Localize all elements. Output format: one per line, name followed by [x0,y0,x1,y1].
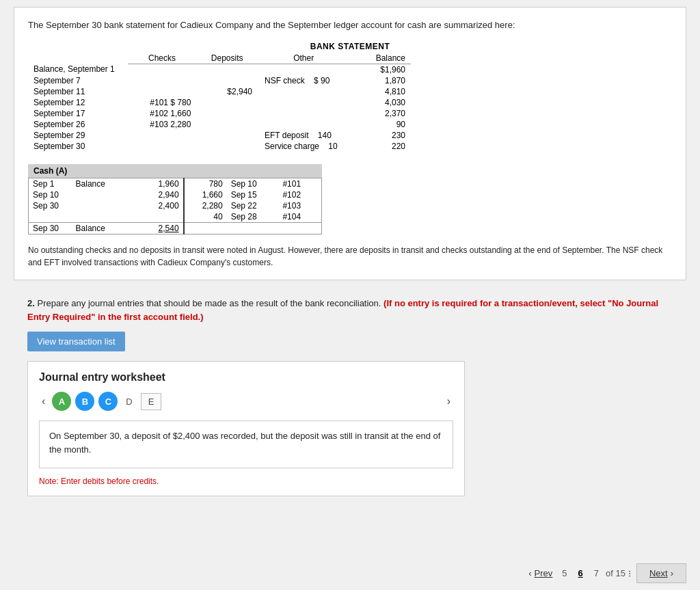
page-numbers: 5 6 7 of 15 ⁝ [558,567,631,580]
bank-row-deposits [196,119,258,130]
bank-row-deposits [196,130,258,141]
journal-description: On September 30, a deposit of $2,400 was… [39,420,453,468]
view-transaction-button[interactable]: View transaction list [27,332,125,351]
other-header: Other [258,53,349,64]
bank-row-label: September 7 [28,75,128,86]
intro-text: The September 30 bank statement for Cadi… [28,18,672,32]
bank-row-label: September 29 [28,130,128,141]
bank-row-balance: 230 [349,130,411,141]
tab-A[interactable]: A [52,392,71,411]
bank-row-other: EFT deposit 140 [258,130,349,141]
tab-row: ‹ A B C D E › [39,392,453,411]
bank-row-balance: 220 [349,141,411,152]
bank-row-5: September 26 #103 2,280 90 [28,119,411,130]
bank-row-checks: #103 2,280 [128,119,197,130]
cash-right-date: Sep 28 [227,211,279,223]
bank-row-deposits [196,97,258,108]
cash-balance-amount: 2,540 [132,222,184,234]
deposits-header: Deposits [196,53,258,64]
bank-row-other [258,119,349,130]
cash-right-amount: 40 [184,211,227,223]
cash-right-amount: 780 [184,178,227,189]
cash-ledger-section: Cash (A) Sep 1 Balance 1,960780 Sep 10 #… [28,164,672,234]
next-label: Next [649,568,668,578]
cash-ledger-table: Sep 1 Balance 1,960780 Sep 10 #101Sep 10… [28,178,322,234]
bank-row-deposits [196,108,258,119]
cash-left-label [72,189,132,200]
balance-header: Balance [349,53,411,64]
bank-row-label: September 26 [28,119,128,130]
tab-D[interactable]: D [122,397,136,407]
bank-row-balance: 2,370 [349,108,411,119]
journal-title: Journal entry worksheet [39,371,453,384]
bank-row-other: NSF check $ 90 [258,75,349,86]
bank-row-balance: $1,960 [349,64,411,75]
bank-statement-title: BANK STATEMENT [28,42,672,51]
cash-row-0: Sep 1 Balance 1,960780 Sep 10 #101 [29,178,322,189]
cash-left-date: Sep 1 [29,178,72,189]
prev-button[interactable]: ‹ Prev [528,568,552,578]
question-2-section: 2. Prepare any journal entries that shou… [14,290,686,513]
page-6-active[interactable]: 6 [574,567,587,580]
cash-right-ref: #104 [278,211,321,223]
bank-row-label: September 11 [28,86,128,97]
question-body: Prepare any journal entries that should … [37,298,383,308]
cash-left-amount: 1,960 [132,178,184,189]
bank-row-2: September 11 $2,940 4,810 [28,86,411,97]
tab-E[interactable]: E [141,393,162,410]
cash-right-date: Sep 10 [227,178,279,189]
cash-left-date: Sep 10 [29,189,72,200]
bank-row-deposits [196,141,258,152]
bank-row-1: September 7 NSF check $ 90 1,870 [28,75,411,86]
cash-row-1: Sep 10 2,9401,660 Sep 15 #102 [29,189,322,200]
journal-card: Journal entry worksheet ‹ A B C D E › On… [27,361,465,496]
page-of: of 15 [606,568,625,578]
bank-row-4: September 17 #102 1,660 2,370 [28,108,411,119]
page-5[interactable]: 5 [558,567,571,580]
cash-row-2: Sep 30 2,4002,280 Sep 22 #103 [29,200,322,211]
bank-row-other [258,86,349,97]
bank-row-checks [128,64,197,75]
tab-next-arrow[interactable]: › [444,395,453,407]
bank-row-6: September 29 EFT deposit 140 230 [28,130,411,141]
bank-row-label: September 30 [28,141,128,152]
bank-row-label: Balance, September 1 [28,64,128,75]
checks-header: Checks [128,53,197,64]
page-7[interactable]: 7 [590,567,603,580]
bank-row-other: Service charge 10 [258,141,349,152]
cash-left-date: Sep 30 [29,200,72,211]
bank-row-label: September 12 [28,97,128,108]
bank-row-checks [128,75,197,86]
bank-statement-section: BANK STATEMENT Checks Deposits Other Bal… [28,42,672,152]
next-arrow-icon: › [671,568,673,578]
bank-row-checks: #101 $ 780 [128,97,197,108]
note-text: No outstanding checks and no deposits in… [28,244,672,269]
question-number: 2. [27,298,35,308]
cash-right-ref: #103 [278,200,321,211]
cash-balance-row: Sep 30 Balance 2,540 [29,222,322,234]
grid-icon[interactable]: ⁝ [628,568,631,579]
cash-right-amount: 2,280 [184,200,227,211]
prev-arrow-icon: ‹ [528,568,531,578]
cash-balance-label: Balance [72,222,132,234]
bank-row-checks: #102 1,660 [128,108,197,119]
cash-left-amount: 2,940 [132,189,184,200]
cash-right-date: Sep 15 [227,189,279,200]
tab-C[interactable]: C [98,392,118,411]
bank-row-balance: 1,870 [349,75,411,86]
bank-statement-table: Checks Deposits Other Balance Balance, S… [28,53,411,152]
bank-row-deposits [196,64,258,75]
cash-left-label [72,200,132,211]
tab-prev-arrow[interactable]: ‹ [39,395,48,407]
bank-row-7: September 30 Service charge 10 220 [28,141,411,152]
journal-note: Note: Enter debits before credits. [39,477,453,486]
next-button[interactable]: Next › [636,563,686,583]
bank-row-other [258,97,349,108]
bank-row-other [258,64,349,75]
bank-row-checks [128,130,197,141]
tab-B[interactable]: B [75,392,94,411]
bank-row-0: Balance, September 1 $1,960 [28,64,411,75]
bank-row-checks [128,86,197,97]
cash-right-date: Sep 22 [227,200,279,211]
prev-label[interactable]: Prev [535,568,553,578]
